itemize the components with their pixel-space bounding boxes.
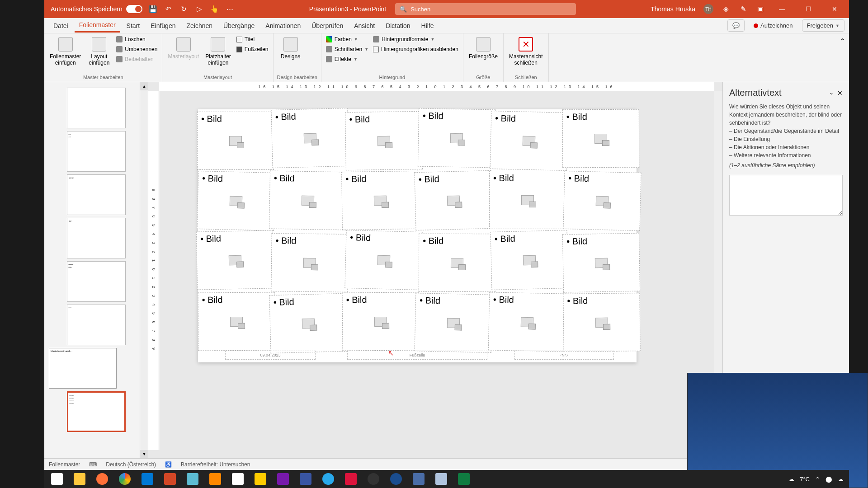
image-placeholder[interactable]: • Bild — [562, 109, 639, 168]
image-placeholder[interactable]: • Bild — [491, 230, 569, 290]
delete-button[interactable]: Löschen — [115, 35, 158, 43]
tray-icon[interactable]: ☁ — [838, 476, 844, 483]
menu-datei[interactable]: Datei — [49, 19, 73, 32]
maximize-button[interactable]: ☐ — [799, 0, 817, 18]
status-language[interactable]: Deutsch (Österreich) — [106, 461, 156, 468]
effects-button[interactable]: Effekte▼ — [325, 55, 369, 63]
menu-animationen[interactable]: Animationen — [261, 19, 305, 32]
image-placeholder[interactable]: • Bild — [344, 230, 423, 290]
status-access-icon[interactable]: ♿ — [165, 461, 172, 468]
menu-ansicht[interactable]: Ansicht — [349, 19, 379, 32]
thumbnail-selected[interactable]: ▫▫▫▫▫▫▫▫▫▫▫▫▫▫▫▫▫▫▫▫▫▫▫▫ — [67, 391, 126, 432]
powerpoint-icon[interactable] — [159, 470, 181, 488]
app-icon[interactable] — [182, 470, 203, 488]
thumbnail-layout[interactable]: ▭ ▭ — [67, 174, 126, 215]
thumbnail-layout[interactable]: ═══▪▪▪▪ — [67, 261, 126, 302]
app-icon[interactable] — [227, 470, 249, 488]
toggle-switch[interactable] — [126, 5, 142, 13]
alt-text-input[interactable] — [729, 175, 843, 216]
weather-icon[interactable]: ☁ — [788, 476, 794, 483]
app-icon[interactable] — [250, 470, 271, 488]
thumbnail-layout[interactable]: ▫▫▫▫▫▫ — [67, 131, 126, 172]
firefox-icon[interactable] — [91, 470, 113, 488]
thumbnail-scrollbar[interactable]: ▲ ▼ — [140, 82, 148, 458]
image-placeholder[interactable]: • Bild — [196, 230, 274, 290]
footer-text[interactable]: Fußzeile — [347, 351, 487, 360]
hide-bg-checkbox[interactable]: Hintergrundgrafiken ausblenden — [372, 45, 459, 53]
title-checkbox[interactable]: Titel — [236, 35, 269, 43]
collapse-ribbon-button[interactable]: ⌃ — [836, 33, 849, 82]
image-placeholder[interactable]: • Bild — [271, 233, 348, 292]
pen-icon[interactable]: ✎ — [739, 5, 748, 14]
image-placeholder[interactable]: • Bild — [490, 111, 568, 171]
image-placeholder[interactable]: • Bild — [418, 108, 495, 168]
thumbnail-master[interactable]: 2 Masterformat bearb...····· — [49, 348, 117, 389]
tray-chevron-icon[interactable]: ⌃ — [815, 476, 820, 483]
touch-icon[interactable]: 👆 — [210, 5, 219, 14]
bg-formats-button[interactable]: Hintergrundformate▼ — [372, 35, 459, 43]
scroll-up-icon[interactable]: ▲ — [140, 82, 148, 90]
scroll-down-icon[interactable]: ▼ — [140, 450, 148, 458]
footer-pagenum[interactable]: ‹Nr.› — [514, 351, 614, 360]
close-button[interactable]: ✕ — [826, 0, 844, 18]
menu-folienmaster[interactable]: Folienmaster — [75, 19, 120, 33]
save-icon[interactable]: 💾 — [149, 5, 158, 14]
designs-button[interactable]: Designs — [277, 35, 304, 61]
image-placeholder[interactable]: • Bild — [415, 170, 493, 230]
app-icon[interactable] — [340, 470, 362, 488]
onenote-icon[interactable] — [272, 470, 294, 488]
menu-uebergaenge[interactable]: Übergänge — [219, 19, 259, 32]
insert-layout-button[interactable]: Layout einfügen — [85, 35, 113, 68]
comment-button[interactable]: 💬 — [727, 19, 745, 32]
thumbnail-layout[interactable]: ▪▪▪▪ — [67, 305, 126, 345]
obs-icon[interactable] — [363, 470, 384, 488]
undo-icon[interactable]: ↶ — [164, 5, 173, 14]
fonts-button[interactable]: Schriftarten▼ — [325, 45, 369, 53]
image-placeholder[interactable]: • Bild — [342, 292, 419, 351]
footer-checkbox[interactable]: Fußzeilen — [236, 45, 269, 53]
colors-button[interactable]: Farben▼ — [325, 35, 369, 43]
redo-icon[interactable]: ↻ — [179, 5, 189, 14]
thumbnail-layout[interactable]: ▭ ▫ — [67, 218, 126, 258]
explorer-icon[interactable] — [69, 470, 90, 488]
image-placeholder[interactable]: • Bild — [562, 233, 640, 293]
image-placeholder[interactable]: • Bild — [198, 292, 275, 351]
app-icon[interactable] — [430, 470, 452, 488]
collapse-panel-icon[interactable]: ⌄ — [829, 89, 834, 97]
status-accessibility[interactable]: Barrierefreiheit: Untersuchen — [181, 461, 250, 468]
vlc-icon[interactable] — [204, 470, 226, 488]
window-icon[interactable]: ▣ — [756, 5, 765, 14]
app-icon[interactable] — [408, 470, 429, 488]
preserve-button[interactable]: Beibehalten — [115, 55, 158, 63]
app-icon[interactable] — [385, 470, 407, 488]
footer-date[interactable]: 09.04.2023 — [225, 351, 316, 360]
placeholder-button[interactable]: Platzhalter einfügen — [203, 35, 233, 68]
slide-canvas[interactable]: • Bild• Bild• Bild• Bild• Bild• Bild• Bi… — [198, 109, 637, 362]
visio-icon[interactable] — [295, 470, 316, 488]
image-placeholder[interactable]: • Bild — [419, 234, 496, 292]
image-placeholder[interactable]: • Bild — [345, 111, 423, 170]
diamond-icon[interactable]: ◈ — [722, 5, 731, 14]
menu-hilfe[interactable]: Hilfe — [417, 19, 439, 32]
image-placeholder[interactable]: • Bild — [269, 293, 347, 353]
menu-ueberpruefen[interactable]: Überprüfen — [307, 19, 348, 32]
thumbnail-layout[interactable] — [67, 88, 126, 128]
rename-button[interactable]: Umbenennen — [115, 45, 158, 53]
tray-icon[interactable]: ⬤ — [826, 476, 832, 483]
image-placeholder[interactable]: • Bild — [341, 171, 419, 230]
record-button[interactable]: Aufzeichnen — [749, 20, 797, 31]
image-placeholder[interactable]: • Bild — [415, 293, 493, 353]
excel-icon[interactable] — [453, 470, 475, 488]
user-avatar[interactable]: TH — [703, 4, 713, 14]
image-placeholder[interactable]: • Bild — [563, 293, 640, 352]
status-lang-icon[interactable]: ⌨ — [89, 461, 97, 468]
outlook-icon[interactable] — [137, 470, 158, 488]
menu-zeichnen[interactable]: Zeichnen — [182, 19, 217, 32]
start-button[interactable] — [46, 470, 68, 488]
chrome-icon[interactable] — [114, 470, 136, 488]
close-panel-icon[interactable]: ✕ — [837, 89, 843, 97]
share-button[interactable]: Freigeben ▼ — [802, 19, 844, 32]
from-beginning-icon[interactable]: ▷ — [195, 5, 204, 14]
slide-size-button[interactable]: Foliengröße — [467, 35, 500, 61]
minimize-button[interactable]: — — [773, 0, 791, 18]
